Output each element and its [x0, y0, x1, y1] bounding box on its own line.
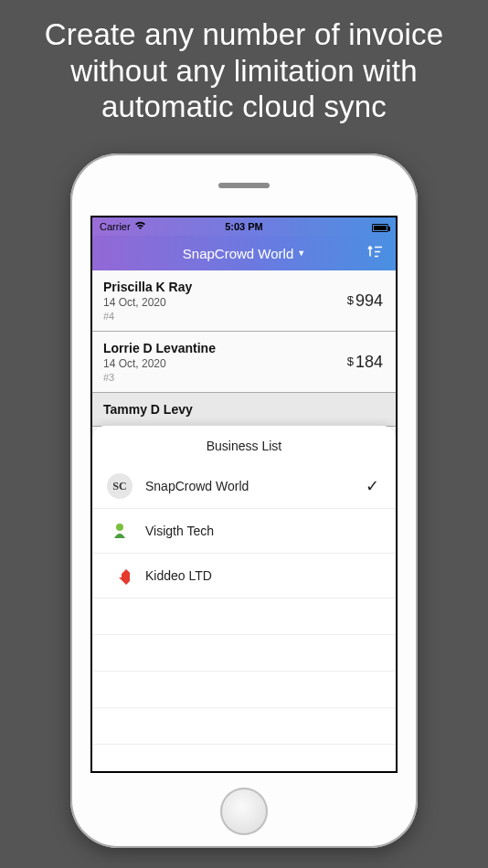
invoice-row[interactable]: Tammy D Levy	[92, 393, 396, 427]
list-separator	[92, 672, 396, 708]
invoice-id: #4	[103, 311, 385, 322]
invoice-row[interactable]: Lorrie D Levantine 14 Oct, 2020 #3 $184	[92, 332, 396, 393]
business-list-sheet: Business List SC SnapCrowd World ✓ Visig…	[92, 426, 396, 771]
clock-label: 5:03 PM	[92, 221, 396, 232]
business-name: SnapCrowd World	[145, 479, 249, 493]
sort-icon[interactable]	[366, 245, 385, 262]
business-logo-icon: SC	[107, 473, 133, 499]
nav-bar: SnapCrowd World ▼	[92, 236, 396, 270]
business-item-kiddeo[interactable]: Kiddeo LTD	[92, 554, 396, 598]
svg-rect-2	[118, 574, 122, 577]
invoice-name: Tammy D Levy	[103, 402, 385, 417]
invoice-name: Priscilla K Ray	[103, 280, 385, 294]
invoice-amount: $184	[347, 353, 383, 372]
invoice-amount: $994	[347, 291, 383, 311]
phone-frame: Carrier 5:03 PM SnapCrowd World ▼	[70, 153, 418, 848]
invoice-row[interactable]: Priscilla K Ray 14 Oct, 2020 #4 $994	[92, 270, 396, 332]
checkmark-icon: ✓	[366, 476, 379, 496]
business-item-snapcrowd[interactable]: SC SnapCrowd World ✓	[92, 464, 396, 509]
chevron-down-icon: ▼	[297, 249, 305, 258]
invoice-name: Lorrie D Levantine	[103, 341, 385, 355]
earpiece	[218, 183, 270, 188]
svg-point-0	[116, 524, 123, 531]
list-separator	[92, 635, 396, 672]
promo-heading: Create any number of invoice without any…	[0, 0, 488, 125]
list-separator	[92, 598, 396, 635]
nav-title-label: SnapCrowd World	[183, 246, 293, 261]
home-button[interactable]	[220, 788, 268, 835]
business-name: Kiddeo LTD	[145, 568, 212, 583]
list-separator	[92, 708, 396, 745]
invoice-date: 14 Oct, 2020	[103, 296, 385, 309]
invoice-list[interactable]: Priscilla K Ray 14 Oct, 2020 #4 $994 Lor…	[92, 270, 396, 427]
promo-line-2: without any limitation with	[20, 53, 468, 90]
promo-line-1: Create any number of invoice	[20, 16, 468, 53]
business-logo-icon	[107, 518, 133, 544]
invoice-id: #3	[103, 372, 385, 383]
battery-icon	[372, 224, 388, 232]
business-dropdown[interactable]: SnapCrowd World ▼	[183, 246, 305, 261]
invoice-date: 14 Oct, 2020	[103, 357, 385, 370]
sheet-title: Business List	[92, 439, 396, 464]
business-name: Visigth Tech	[145, 524, 214, 538]
status-bar: Carrier 5:03 PM	[92, 217, 396, 236]
promo-line-3: automatic cloud sync	[20, 89, 468, 125]
business-item-visigth[interactable]: Visigth Tech	[92, 509, 396, 554]
business-logo-icon	[107, 563, 133, 588]
screen: Carrier 5:03 PM SnapCrowd World ▼	[90, 216, 398, 773]
